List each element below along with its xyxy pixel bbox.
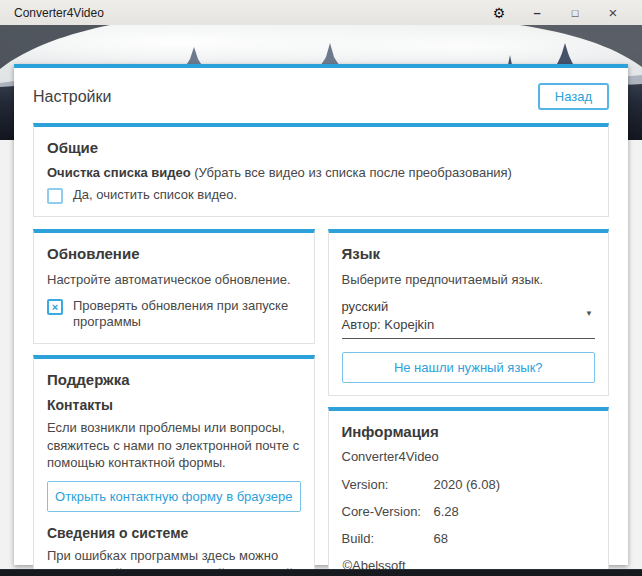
close-button[interactable]: × (594, 0, 632, 25)
section-information-title: Информация (342, 423, 596, 440)
clear-list-checkbox-label: Да, очистить список видео. (73, 187, 237, 204)
clear-list-checkbox[interactable] (47, 188, 63, 204)
back-button[interactable]: Назад (538, 83, 609, 110)
section-support: Поддержка Контакты Если возникли проблем… (33, 355, 315, 576)
section-support-title: Поддержка (47, 371, 301, 388)
maximize-button[interactable]: □ (556, 0, 594, 25)
gear-icon[interactable]: ⚙ (480, 0, 518, 25)
language-selected-author: Автор: Kopejkin (342, 316, 582, 334)
update-checkbox-label: Проверять обновления при запуске програм… (73, 298, 301, 332)
info-row-core-version: Core-Version: 6.28 (342, 504, 596, 519)
info-core-version-value: 6.28 (434, 504, 459, 519)
contacts-text: Если возникли проблемы или вопросы, свяж… (47, 419, 301, 472)
section-language: Язык Выберите предпочитаемый язык. русск… (328, 229, 610, 396)
section-language-title: Язык (342, 245, 596, 262)
page-title: Настройки (33, 88, 111, 106)
window-bottom-edge (0, 569, 642, 576)
window-controls: ⚙ – □ × (480, 0, 632, 25)
section-information: Информация Converter4Video Version: 2020… (328, 407, 610, 576)
chevron-down-icon: ▼ (585, 308, 593, 319)
right-column: Язык Выберите предпочитаемый язык. русск… (328, 229, 610, 576)
contacts-subtitle: Контакты (47, 397, 301, 413)
update-checkbox-row[interactable]: × Проверять обновления при запуске прогр… (47, 298, 301, 332)
language-selected-value: русский (342, 298, 582, 316)
info-version-label: Version: (342, 477, 434, 492)
info-build-value: 68 (434, 531, 448, 546)
info-build-label: Build: (342, 531, 434, 546)
section-update: Обновление Настройте автоматическое обно… (33, 229, 315, 344)
two-column-area: Обновление Настройте автоматическое обно… (33, 229, 609, 576)
language-description: Выберите предпочитаемый язык. (342, 271, 596, 289)
language-select[interactable]: русский Автор: Kopejkin ▼ (342, 298, 596, 339)
section-general-title: Общие (47, 139, 595, 156)
title-bar: Converter4Video ⚙ – □ × (0, 0, 642, 25)
minimize-button[interactable]: – (518, 0, 556, 25)
clear-list-checkbox-row[interactable]: Да, очистить список видео. (47, 187, 595, 204)
info-version-value: 2020 (6.08) (434, 477, 501, 492)
clear-list-option-bold: Очистка списка видео (47, 165, 191, 180)
window-title: Converter4Video (0, 6, 104, 20)
info-core-version-label: Core-Version: (342, 504, 434, 519)
panel-header: Настройки Назад (33, 83, 609, 110)
update-checkbox-checked-icon[interactable]: × (47, 299, 63, 315)
sysinfo-subtitle: Сведения о системе (47, 525, 301, 541)
info-row-version: Version: 2020 (6.08) (342, 477, 596, 492)
left-column: Обновление Настройте автоматическое обно… (33, 229, 315, 576)
clear-list-option-rest: (Убрать все видео из списка после преобр… (191, 165, 512, 180)
update-description: Настройте автоматическое обновление. (47, 271, 301, 289)
clear-list-option-text: Очистка списка видео (Убрать все видео и… (47, 165, 595, 180)
section-general: Общие Очистка списка видео (Убрать все в… (33, 123, 609, 217)
settings-panel: Настройки Назад Общие Очистка списка вид… (14, 64, 628, 565)
info-row-build: Build: 68 (342, 531, 596, 546)
info-app-name: Converter4Video (342, 449, 596, 464)
missing-language-button[interactable]: Не нашли нужный язык? (342, 352, 596, 383)
section-update-title: Обновление (47, 245, 301, 262)
open-contact-form-button[interactable]: Открыть контактную форму в браузере (47, 481, 301, 512)
